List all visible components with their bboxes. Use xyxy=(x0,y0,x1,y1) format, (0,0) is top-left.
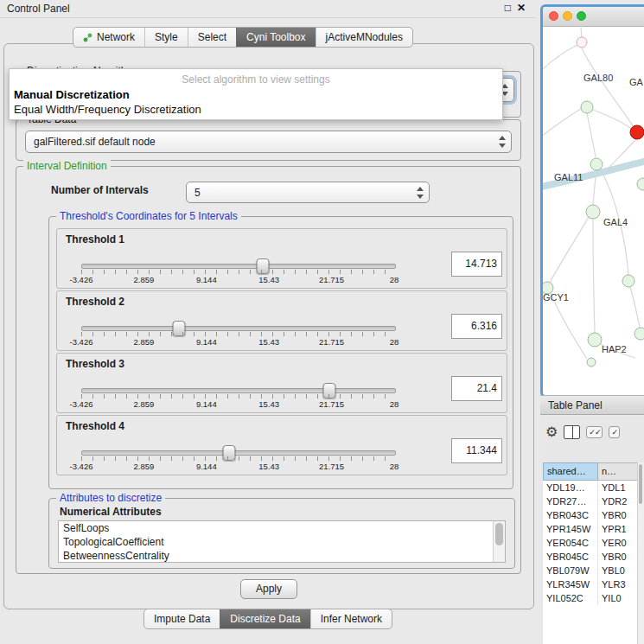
network-node[interactable] xyxy=(586,205,600,219)
menu-item-equal-width-frequency[interactable]: Equal Width/Frequency Discretization xyxy=(14,103,201,116)
table-cell[interactable]: YDR27… xyxy=(543,494,598,508)
network-tab-icon xyxy=(83,33,92,42)
table-row[interactable]: YLR345WYLR3 xyxy=(543,577,638,591)
select-all-checks-icon[interactable]: ✓✓ xyxy=(586,426,603,438)
selected-network-node[interactable] xyxy=(630,125,644,139)
table-cell[interactable]: YDL19… xyxy=(543,481,598,494)
node-table-body[interactable]: YDL19…YDL1YDR27…YDR2YBR043CYBR0YPR145WYP… xyxy=(543,481,638,644)
column-header-name[interactable]: n… xyxy=(598,462,638,481)
table-row[interactable]: YDR27…YDR2 xyxy=(543,494,638,508)
table-scrollbar[interactable] xyxy=(637,462,644,644)
slider-scale: -3.4262.8599.14415.4321.71528 xyxy=(81,462,394,472)
list-scrollbar[interactable] xyxy=(493,521,505,562)
table-row[interactable]: YDL19…YDL1 xyxy=(543,481,638,494)
attribute-item[interactable]: SelfLoops xyxy=(59,521,505,535)
network-edge[interactable] xyxy=(630,287,640,328)
network-node[interactable] xyxy=(590,158,603,170)
combo-stepper-icon[interactable] xyxy=(417,187,424,199)
threshold-slider-track[interactable] xyxy=(81,388,396,393)
combo-stepper-icon[interactable] xyxy=(499,136,507,148)
network-edge[interactable] xyxy=(587,113,596,157)
gear-icon[interactable]: ⚙ xyxy=(545,425,558,439)
threshold-value-input[interactable]: 14.713 xyxy=(451,252,502,277)
tab-infer-network[interactable]: Infer Network xyxy=(310,609,392,628)
table-data-combobox[interactable]: galFiltered.sif default node xyxy=(25,131,512,153)
zoom-traffic-light-icon[interactable] xyxy=(577,11,586,21)
network-edge[interactable] xyxy=(551,293,587,359)
scrollbar-thumb[interactable] xyxy=(495,523,503,545)
columns-icon[interactable] xyxy=(564,425,580,439)
network-node[interactable] xyxy=(588,333,602,347)
table-cell[interactable]: YBR045C xyxy=(543,550,598,564)
network-edge[interactable] xyxy=(543,45,577,71)
table-cell[interactable]: YIL052C xyxy=(543,591,598,605)
algorithm-placeholder: Select algorithm to view settings xyxy=(10,73,502,86)
network-edge[interactable] xyxy=(593,110,631,129)
table-cell[interactable]: YER0 xyxy=(598,536,638,550)
network-node[interactable] xyxy=(577,37,587,48)
tab-jactivemnodules[interactable]: jActiveMNodules xyxy=(316,28,412,47)
apply-button[interactable]: Apply xyxy=(240,579,297,599)
threshold-value-input[interactable]: 6.316 xyxy=(451,314,502,339)
minimize-traffic-light-icon[interactable] xyxy=(563,11,572,21)
tab-network[interactable]: Network xyxy=(73,28,144,47)
network-node[interactable] xyxy=(587,358,596,367)
network-node[interactable] xyxy=(637,178,644,190)
close-traffic-light-icon[interactable] xyxy=(549,11,558,21)
network-window-titlebar[interactable] xyxy=(543,7,644,27)
network-edge[interactable] xyxy=(543,109,581,137)
table-row[interactable]: YBR045CYBR0 xyxy=(543,550,638,564)
check-icon[interactable]: ✓ xyxy=(609,426,620,438)
threshold-panel: Threshold 4 -3.4262.8599.14415.4321.7152… xyxy=(56,415,507,475)
table-cell[interactable]: YBR0 xyxy=(598,550,638,564)
table-cell[interactable]: YLR3 xyxy=(598,577,638,591)
table-cell[interactable]: YBL079W xyxy=(543,564,598,577)
table-cell[interactable]: YBR0 xyxy=(598,508,638,522)
network-edge[interactable] xyxy=(581,26,582,37)
table-cell[interactable]: YPR1 xyxy=(598,522,638,536)
threshold-slider-track[interactable] xyxy=(81,450,396,456)
table-row[interactable]: YER054CYER0 xyxy=(543,536,638,550)
threshold-value-input[interactable]: 21.4 xyxy=(451,376,502,401)
table-cell[interactable]: YBR043C xyxy=(543,508,598,522)
number-of-intervals-value: 5 xyxy=(194,187,201,199)
close-icon[interactable]: ✕ xyxy=(517,2,526,14)
network-canvas-svg[interactable]: GAL80GAGAL11GAL4GCY1HAP2 xyxy=(543,26,644,390)
network-node[interactable] xyxy=(634,328,644,340)
tab-label: Network xyxy=(97,31,135,43)
attribute-item[interactable]: BetweennessCentrality xyxy=(59,549,505,563)
tab-discretize-data[interactable]: Discretize Data xyxy=(220,609,309,628)
number-of-intervals-combobox[interactable]: 5 xyxy=(186,182,430,203)
tab-cyni-toolbox[interactable]: Cyni Toolbox xyxy=(236,28,315,47)
attribute-item[interactable]: TopologicalCoefficient xyxy=(59,535,505,549)
threshold-slider-track[interactable] xyxy=(81,264,396,269)
table-panel-titlebar[interactable]: Table Panel xyxy=(540,395,644,415)
threshold-value-input[interactable]: 11.344 xyxy=(451,438,502,463)
float-window-icon[interactable]: □ xyxy=(505,2,511,14)
numerical-attributes-list[interactable]: SelfLoopsTopologicalCoefficientBetweenne… xyxy=(58,520,506,563)
menu-item-manual-discretization[interactable]: Manual Discretization xyxy=(14,88,130,101)
table-cell[interactable]: YER054C xyxy=(543,536,598,550)
tab-select[interactable]: Select xyxy=(188,28,236,47)
tab-style[interactable]: Style xyxy=(144,28,188,47)
table-row[interactable]: YBL079WYBL0 xyxy=(543,564,638,577)
network-node[interactable] xyxy=(622,275,634,287)
table-cell[interactable]: YDL1 xyxy=(598,481,638,494)
table-cell[interactable]: YIL0 xyxy=(598,591,638,605)
table-cell[interactable]: YBL0 xyxy=(598,564,638,577)
table-cell[interactable]: YDR2 xyxy=(598,494,638,508)
scrollbar-thumb[interactable] xyxy=(639,464,642,504)
table-row[interactable]: YIL052CYIL0 xyxy=(543,591,638,605)
tab-impute-data[interactable]: Impute Data xyxy=(144,609,220,628)
column-header-shared-name[interactable]: shared… xyxy=(543,462,598,481)
table-cell[interactable]: YPR145W xyxy=(543,522,598,536)
table-row[interactable]: YPR145WYPR1 xyxy=(543,522,638,536)
network-edge[interactable] xyxy=(593,219,595,333)
table-cell[interactable]: YLR345W xyxy=(543,577,598,591)
axis-tick-label: 2.859 xyxy=(134,399,155,409)
table-row[interactable]: YBR043CYBR0 xyxy=(543,508,638,522)
network-edge[interactable] xyxy=(550,217,589,283)
tab-label: jActiveMNodules xyxy=(326,31,403,43)
threshold-slider-track[interactable] xyxy=(81,326,396,331)
network-node[interactable] xyxy=(581,101,593,113)
